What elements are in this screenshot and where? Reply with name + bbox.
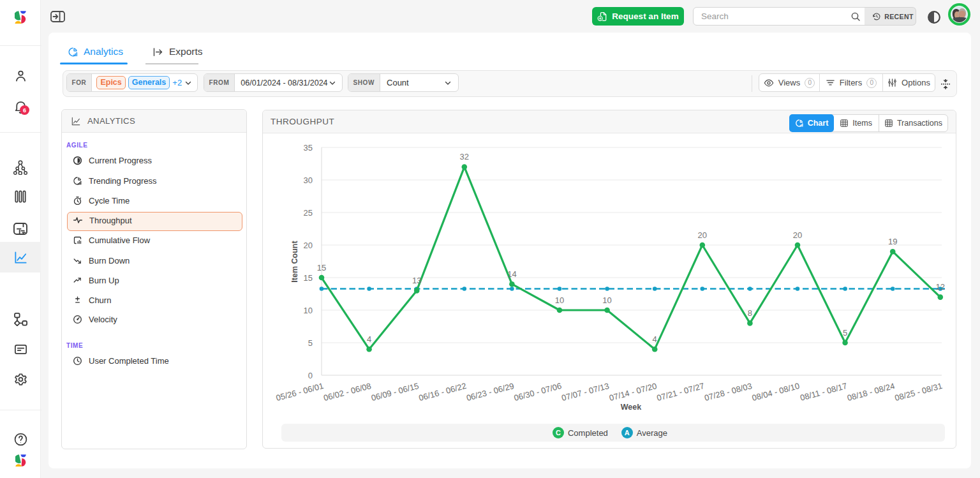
svg-text:20: 20	[698, 230, 707, 240]
svg-text:32: 32	[460, 152, 469, 161]
svg-text:20: 20	[793, 230, 802, 240]
svg-text:5: 5	[308, 338, 313, 348]
svg-text:05/26 - 06/01: 05/26 - 06/01	[275, 381, 325, 403]
svg-text:4: 4	[653, 334, 657, 344]
svg-text:25: 25	[304, 208, 313, 218]
svg-text:12: 12	[936, 282, 945, 292]
svg-text:07/07 - 07/13: 07/07 - 07/13	[560, 381, 610, 403]
svg-text:13: 13	[412, 276, 421, 285]
svg-text:06/09 - 06/15: 06/09 - 06/15	[370, 381, 420, 403]
svg-text:Item Count: Item Count	[290, 241, 299, 283]
svg-text:10: 10	[304, 306, 313, 315]
svg-text:4: 4	[367, 334, 371, 344]
svg-text:08/25 - 08/31: 08/25 - 08/31	[894, 381, 944, 403]
svg-text:15: 15	[317, 263, 326, 273]
svg-text:10: 10	[555, 295, 564, 305]
svg-text:08/04 - 08/10: 08/04 - 08/10	[751, 381, 801, 403]
svg-text:07/14 - 07/20: 07/14 - 07/20	[608, 381, 658, 403]
svg-text:06/02 - 06/08: 06/02 - 06/08	[322, 381, 372, 403]
svg-text:8: 8	[748, 308, 752, 318]
svg-text:5: 5	[843, 328, 847, 338]
svg-text:07/21 - 07/27: 07/21 - 07/27	[656, 381, 706, 403]
svg-text:06/16 - 06/22: 06/16 - 06/22	[418, 381, 468, 403]
svg-text:15: 15	[304, 273, 313, 283]
svg-text:20: 20	[304, 241, 313, 250]
svg-text:30: 30	[304, 176, 313, 185]
svg-text:10: 10	[602, 295, 611, 305]
svg-text:06/23 - 06/29: 06/23 - 06/29	[465, 381, 515, 403]
svg-text:08/11 - 08/17: 08/11 - 08/17	[799, 381, 848, 403]
svg-text:06/30 - 07/06: 06/30 - 07/06	[513, 381, 563, 403]
svg-text:14: 14	[507, 269, 516, 279]
svg-text:Week: Week	[621, 403, 641, 412]
svg-text:08/18 - 08/24: 08/18 - 08/24	[846, 381, 896, 403]
svg-text:0: 0	[308, 371, 313, 380]
svg-text:35: 35	[304, 143, 313, 153]
svg-text:07/28 - 08/03: 07/28 - 08/03	[703, 381, 753, 403]
svg-text:19: 19	[888, 237, 897, 246]
